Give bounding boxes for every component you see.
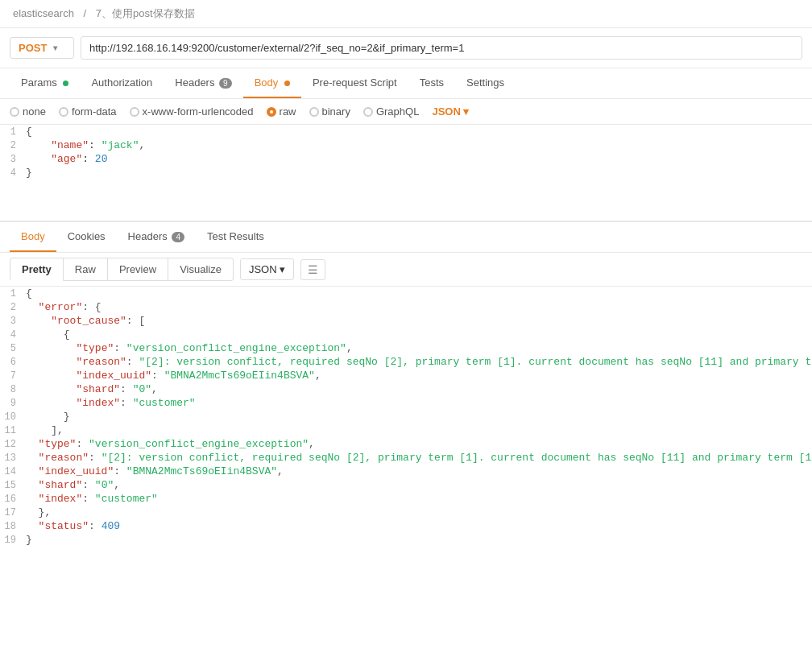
radio-none-icon	[10, 107, 19, 117]
table-row: 3 "age": 20	[0, 152, 812, 166]
table-row: 5 "type": "version_conflict_engine_excep…	[0, 341, 812, 355]
radio-raw-icon	[267, 107, 276, 117]
body-type-raw[interactable]: raw	[267, 105, 296, 118]
filter-icon[interactable]: ☰	[300, 259, 325, 280]
table-row: 9 "index": "customer"	[0, 396, 812, 410]
table-row: 16 "index": "customer"	[0, 492, 812, 506]
line-number: 2	[0, 140, 26, 151]
table-row: 18 "status": 409	[0, 519, 812, 533]
table-row: 1{	[0, 287, 812, 300]
line-number: 4	[0, 329, 26, 341]
table-row: 14 "index_uuid": "BMNA2MmcTs69oEIin4BSVA…	[0, 465, 812, 478]
line-content: ],	[26, 424, 812, 436]
tab-params[interactable]: Params	[10, 68, 80, 98]
line-number: 3	[0, 316, 26, 327]
line-content: },	[26, 506, 812, 518]
json-format-dropdown[interactable]: JSON ▾	[432, 105, 468, 118]
fmt-tab-pretty[interactable]: Pretty	[10, 258, 64, 281]
body-type-graphql[interactable]: GraphQL	[363, 105, 419, 118]
tab-response-body[interactable]: Body	[10, 222, 56, 252]
line-content: {	[26, 328, 812, 341]
method-dropdown[interactable]: POST ▾	[10, 37, 74, 59]
line-number: 9	[0, 398, 26, 409]
line-number: 16	[0, 494, 26, 505]
response-tabs: Body Cookies Headers 4 Test Results	[0, 222, 812, 253]
table-row: 7 "index_uuid": "BMNA2MmcTs69oEIin4BSVA"…	[0, 369, 812, 382]
line-number: 2	[0, 302, 26, 313]
line-content: "index": "customer"	[26, 493, 812, 505]
fmt-tab-preview[interactable]: Preview	[107, 258, 168, 281]
line-content: "type": "version_conflict_engine_excepti…	[26, 438, 812, 450]
body-type-none[interactable]: none	[10, 105, 46, 118]
tab-headers[interactable]: Headers 9	[164, 68, 242, 98]
line-number: 18	[0, 521, 26, 532]
line-content: "error": {	[26, 301, 812, 313]
breadcrumb-title: 7、使用post保存数据	[96, 7, 195, 19]
tab-settings[interactable]: Settings	[455, 68, 516, 98]
tab-authorization[interactable]: Authorization	[80, 68, 164, 98]
response-format-bar: Pretty Raw Preview Visualize JSON ▾ ☰	[0, 253, 812, 287]
line-content: {	[26, 287, 812, 300]
request-tabs: Params Authorization Headers 9 Body Pre-…	[0, 68, 812, 99]
body-type-urlencoded[interactable]: x-www-form-urlencoded	[130, 105, 254, 118]
url-bar: POST ▾	[0, 28, 812, 68]
line-number: 1	[0, 288, 26, 300]
table-row: 11 ],	[0, 423, 812, 437]
line-content: }	[26, 534, 812, 546]
body-type-form-data[interactable]: form-data	[59, 105, 117, 118]
tab-response-headers[interactable]: Headers 4	[117, 222, 196, 252]
fmt-tab-raw[interactable]: Raw	[63, 258, 108, 281]
line-number: 7	[0, 370, 26, 382]
line-content: "shard": "0",	[26, 383, 812, 395]
table-row: 8 "shard": "0",	[0, 382, 812, 396]
table-row: 15 "shard": "0",	[0, 478, 812, 492]
line-content: "reason": "[2]: version conflict, requir…	[26, 452, 812, 464]
line-content: {	[26, 126, 812, 138]
table-row: 4}	[0, 166, 812, 180]
table-row: 19}	[0, 533, 812, 547]
request-body-editor[interactable]: 1{2 "name": "jack",3 "age": 204}	[0, 125, 812, 221]
line-content: }	[26, 167, 812, 179]
url-input[interactable]	[81, 36, 802, 60]
tab-tests[interactable]: Tests	[408, 68, 455, 98]
line-content: "status": 409	[26, 520, 812, 532]
line-number: 8	[0, 384, 26, 395]
line-number: 5	[0, 343, 26, 354]
line-number: 19	[0, 535, 26, 546]
fmt-tab-visualize[interactable]: Visualize	[168, 258, 234, 281]
radio-binary-icon	[309, 107, 319, 117]
tab-response-test-results[interactable]: Test Results	[196, 222, 276, 252]
table-row: 6 "reason": "[2]: version conflict, requ…	[0, 355, 812, 369]
body-type-binary[interactable]: binary	[309, 105, 350, 118]
line-content: "root_cause": [	[26, 315, 812, 327]
tab-body[interactable]: Body	[243, 68, 301, 98]
table-row: 1{	[0, 125, 812, 138]
table-row: 17 },	[0, 506, 812, 519]
line-content: "type": "version_conflict_engine_excepti…	[26, 342, 812, 354]
table-row: 13 "reason": "[2]: version conflict, req…	[0, 451, 812, 465]
table-row: 3 "root_cause": [	[0, 314, 812, 328]
line-number: 10	[0, 411, 26, 423]
line-number: 12	[0, 439, 26, 450]
breadcrumb-separator: /	[84, 7, 89, 19]
radio-formdata-icon	[59, 107, 68, 117]
tab-pre-request[interactable]: Pre-request Script	[301, 68, 408, 98]
breadcrumb: elasticsearch / 7、使用post保存数据	[0, 0, 812, 28]
line-number: 14	[0, 466, 26, 477]
response-body: 1{2 "error": {3 "root_cause": [4 {5 "typ…	[0, 287, 812, 563]
radio-graphql-icon	[363, 107, 373, 117]
table-row: 2 "error": {	[0, 300, 812, 314]
line-content: "index_uuid": "BMNA2MmcTs69oEIin4BSVA",	[26, 370, 812, 382]
response-json-dropdown[interactable]: JSON ▾	[240, 258, 294, 280]
line-number: 11	[0, 425, 26, 436]
tab-response-cookies[interactable]: Cookies	[56, 222, 117, 252]
table-row: 10 }	[0, 410, 812, 423]
line-content: "index_uuid": "BMNA2MmcTs69oEIin4BSVA",	[26, 465, 812, 477]
line-number: 3	[0, 154, 26, 165]
method-chevron-icon: ▾	[53, 43, 57, 52]
response-format-chevron-icon: ▾	[280, 263, 285, 275]
line-number: 4	[0, 167, 26, 179]
table-row: 4 {	[0, 328, 812, 341]
line-content: "index": "customer"	[26, 397, 812, 409]
table-row: 2 "name": "jack",	[0, 138, 812, 152]
